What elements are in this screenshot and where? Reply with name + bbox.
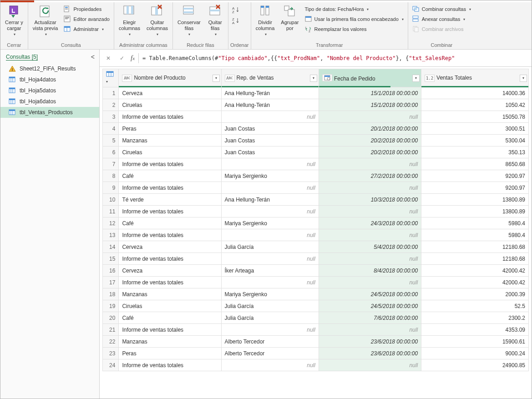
cancel-formula-button[interactable]: ✕ xyxy=(103,53,113,63)
table-row[interactable]: 4PerasJuan Costas20/1/2018 00:00:003000.… xyxy=(103,123,529,135)
column-filter-button[interactable]: ▾ xyxy=(520,75,527,82)
formula-input[interactable]: = Table.RenameColumns(#"Tipo cambiado",{… xyxy=(142,55,528,61)
table-row[interactable]: 5ManzanasJuan Costas20/2/2018 00:00:0053… xyxy=(103,135,529,146)
cell-product: Manzanas xyxy=(119,336,221,348)
row-number: 21 xyxy=(103,324,119,336)
column-header-Rep.-de-Ventas[interactable]: ABCRep. de Ventas▾ xyxy=(221,69,319,87)
ribbon-group-ordenar: AZ ZA Ordenar xyxy=(228,2,251,49)
svg-rect-9 xyxy=(65,19,68,19)
split-column-button[interactable]: Dividircolumna ▾ xyxy=(253,3,278,38)
column-label: Nombre del Producto xyxy=(134,75,185,81)
table-row[interactable]: 10Té verdeAna Hellung-Terán10/3/2018 00:… xyxy=(103,194,529,206)
merge-queries-button[interactable]: Combinar consultas ▾ xyxy=(410,4,473,14)
table-row[interactable]: 2CiruelasAna Hellung-Terán15/1/2018 00:0… xyxy=(103,99,529,111)
table-row[interactable]: 16CervezaÍker Arteaga8/4/2018 00:00:0042… xyxy=(103,265,529,277)
column-label: Rep. de Ventas xyxy=(237,75,274,81)
cell-rep: Juan Costas xyxy=(221,123,319,135)
row-number: 6 xyxy=(103,146,119,158)
table-row[interactable]: 8CaféMariya Sergienko27/2/2018 00:00:009… xyxy=(103,170,529,182)
sidebar-item-tbl_Hoja5datos[interactable]: tbl_Hoja5datos xyxy=(0,85,99,96)
ribbon-group-transform: Dividircolumna ▾ Agruparpor Tipo de dato… xyxy=(251,2,408,49)
sidebar-item-Sheet12_FIFA_Results[interactable]: !Sheet12_FIFA_Results xyxy=(0,63,99,74)
table-row[interactable]: 12CaféMariya Sergienko24/3/2018 00:00:00… xyxy=(103,217,529,229)
refresh-preview-button[interactable]: Actualizarvista previa ▾ xyxy=(30,3,61,38)
manage-button[interactable]: Administrar ▾ xyxy=(61,24,112,34)
cell-product: Informe de ventas totales xyxy=(119,359,221,371)
first-row-header-button[interactable]: Usar la primera fila como encabezado ▾ xyxy=(303,14,406,24)
merge-icon xyxy=(412,5,420,13)
table-row[interactable]: 22ManzanasAlberto Tercedor23/6/2018 00:0… xyxy=(103,336,529,348)
table-row[interactable]: 17Informe de ventas totalesnullnull42000… xyxy=(103,277,529,288)
cell-product: Cerveza xyxy=(119,265,221,277)
table-row[interactable]: 13Informe de ventas totalesnullnull5980.… xyxy=(103,229,529,241)
column-label: Ventas Totales xyxy=(436,75,472,81)
cell-rep: null xyxy=(221,182,319,194)
cell-date: null xyxy=(319,253,421,265)
advanced-editor-button[interactable]: Editor avanzado xyxy=(61,14,112,24)
column-header-Ventas-Totales[interactable]: 1.2Ventas Totales▾ xyxy=(421,69,529,87)
cell-rep: null xyxy=(221,277,319,288)
sidebar-item-tbl_Hoja4datos[interactable]: tbl_Hoja4datos xyxy=(0,74,99,85)
close-load-button[interactable]: Cerrar ycargar ▾ xyxy=(2,3,26,38)
svg-rect-29 xyxy=(261,6,264,8)
svg-rect-66 xyxy=(324,76,330,77)
svg-rect-62 xyxy=(106,71,113,73)
cell-total: 9200.97 xyxy=(421,170,529,182)
table-row[interactable]: 23PerasAlberto Tercedor23/6/2018 00:00:0… xyxy=(103,348,529,359)
cell-date: 10/3/2018 00:00:00 xyxy=(319,194,421,206)
table-row[interactable]: 24Informe de ventas totalesnullnull24900… xyxy=(103,359,529,371)
table-row[interactable]: 14CervezaJulia García5/4/2018 00:00:0012… xyxy=(103,241,529,253)
keep-rows-button[interactable]: Conservarfilas ▾ xyxy=(175,3,203,38)
cell-product: Ciruelas xyxy=(119,99,221,111)
collapse-sidebar-icon[interactable]: < xyxy=(91,53,95,61)
table-row[interactable]: 6CiruelasJuan Costas20/2/2018 00:00:0035… xyxy=(103,146,529,158)
table-corner[interactable]: ▾ xyxy=(103,69,119,87)
table-row[interactable]: 21Informe de ventas totalesnullnull4353.… xyxy=(103,324,529,336)
column-header-Nombre-del-Producto[interactable]: ABCNombre del Producto▾ xyxy=(119,69,221,87)
table-row[interactable]: 11Informe de ventas totalesnullnull13800… xyxy=(103,206,529,217)
cell-total: 350.13 xyxy=(421,146,529,158)
cell-date: 24/5/2018 00:00:00 xyxy=(319,288,421,300)
choose-columns-button[interactable]: Elegircolumnas ▾ xyxy=(116,3,143,38)
row-number: 15 xyxy=(103,253,119,265)
row-number: 5 xyxy=(103,135,119,146)
datatype-button[interactable]: Tipo de datos: Fecha/Hora ▾ xyxy=(303,4,406,14)
table-row[interactable]: 1CervezaAna Hellung-Terán15/1/2018 00:00… xyxy=(103,87,529,99)
svg-rect-19 xyxy=(183,8,193,10)
sort-desc-button[interactable]: ZA xyxy=(230,16,239,26)
properties-button[interactable]: Propiedades xyxy=(61,4,112,14)
cell-total: 52.5 xyxy=(421,300,529,312)
confirm-formula-button[interactable]: ✓ xyxy=(117,53,127,63)
text-type-icon: ABC xyxy=(122,75,132,82)
sidebar-item-tbl_Hoja6datos[interactable]: tbl_Hoja6datos xyxy=(0,96,99,107)
table-row[interactable]: 7Informe de ventas totalesnullnull8650.6… xyxy=(103,158,529,170)
cell-rep: Julia García xyxy=(221,300,319,312)
cell-rep: null xyxy=(221,229,319,241)
table-row[interactable]: 18ManzanasMariya Sergienko24/5/2018 00:0… xyxy=(103,288,529,300)
group-by-button[interactable]: Agruparpor xyxy=(278,3,301,32)
table-row[interactable]: 20CaféJulia García7/6/2018 00:00:002300.… xyxy=(103,312,529,324)
table-row[interactable]: 19CiruelasJulia García24/5/2018 00:00:00… xyxy=(103,300,529,312)
table-row[interactable]: 3Informe de ventas totalesnullnull15050.… xyxy=(103,111,529,123)
replace-values-button[interactable]: 12 Reemplazar los valores xyxy=(303,24,406,34)
chevron-down-icon: ▾ xyxy=(402,17,404,21)
cell-rep: null xyxy=(221,111,319,123)
cell-date: 15/1/2018 00:00:00 xyxy=(319,87,421,99)
append-queries-button[interactable]: Anexar consultas ▾ xyxy=(410,14,473,24)
column-filter-button[interactable]: ▾ xyxy=(310,75,317,82)
remove-columns-button[interactable]: Quitarcolumnas ▾ xyxy=(144,3,171,38)
column-filter-button[interactable]: ▾ xyxy=(213,75,220,82)
table-row[interactable]: 9Informe de ventas totalesnullnull9200.9… xyxy=(103,182,529,194)
cell-total: 8650.68 xyxy=(421,158,529,170)
sort-desc-icon: ZA xyxy=(231,17,238,25)
cell-product: Informe de ventas totales xyxy=(119,111,221,123)
column-filter-button[interactable]: ▾ xyxy=(412,75,420,82)
column-header-Fecha-de-Pedido[interactable]: Fecha de Pedido▾ xyxy=(319,69,421,87)
table-row[interactable]: 15Informe de ventas totalesnullnull12180… xyxy=(103,253,529,265)
row-number: 7 xyxy=(103,158,119,170)
cell-total: 24900.85 xyxy=(421,359,529,371)
sidebar-item-tbl_Ventas_Productos[interactable]: tbl_Ventas_Productos xyxy=(0,107,99,118)
remove-rows-button[interactable]: Quitarfilas ▾ xyxy=(204,3,226,38)
sort-asc-button[interactable]: AZ xyxy=(230,5,239,15)
chevron-down-icon: ▾ xyxy=(14,32,15,37)
